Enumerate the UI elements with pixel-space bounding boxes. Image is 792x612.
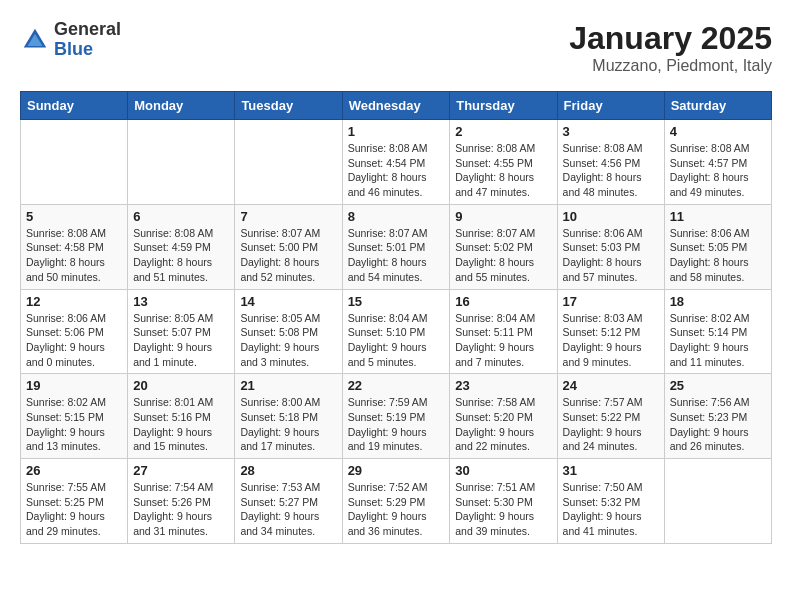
weekday-header: Saturday	[664, 92, 771, 120]
calendar-week-row: 1Sunrise: 8:08 AM Sunset: 4:54 PM Daylig…	[21, 120, 772, 205]
day-number: 27	[133, 463, 229, 478]
calendar-day-cell: 29Sunrise: 7:52 AM Sunset: 5:29 PM Dayli…	[342, 459, 450, 544]
calendar-day-cell: 21Sunrise: 8:00 AM Sunset: 5:18 PM Dayli…	[235, 374, 342, 459]
weekday-header: Tuesday	[235, 92, 342, 120]
day-info: Sunrise: 7:58 AM Sunset: 5:20 PM Dayligh…	[455, 395, 551, 454]
calendar-day-cell: 7Sunrise: 8:07 AM Sunset: 5:00 PM Daylig…	[235, 204, 342, 289]
calendar-day-cell	[664, 459, 771, 544]
day-info: Sunrise: 8:08 AM Sunset: 4:56 PM Dayligh…	[563, 141, 659, 200]
day-info: Sunrise: 7:57 AM Sunset: 5:22 PM Dayligh…	[563, 395, 659, 454]
calendar-day-cell: 28Sunrise: 7:53 AM Sunset: 5:27 PM Dayli…	[235, 459, 342, 544]
calendar-day-cell: 24Sunrise: 7:57 AM Sunset: 5:22 PM Dayli…	[557, 374, 664, 459]
day-number: 30	[455, 463, 551, 478]
day-number: 13	[133, 294, 229, 309]
day-number: 4	[670, 124, 766, 139]
day-info: Sunrise: 8:08 AM Sunset: 4:55 PM Dayligh…	[455, 141, 551, 200]
day-number: 8	[348, 209, 445, 224]
calendar-week-row: 12Sunrise: 8:06 AM Sunset: 5:06 PM Dayli…	[21, 289, 772, 374]
day-number: 22	[348, 378, 445, 393]
day-info: Sunrise: 8:05 AM Sunset: 5:08 PM Dayligh…	[240, 311, 336, 370]
calendar-day-cell: 22Sunrise: 7:59 AM Sunset: 5:19 PM Dayli…	[342, 374, 450, 459]
logo-general-text: General	[54, 20, 121, 40]
day-number: 25	[670, 378, 766, 393]
day-number: 3	[563, 124, 659, 139]
calendar-week-row: 26Sunrise: 7:55 AM Sunset: 5:25 PM Dayli…	[21, 459, 772, 544]
day-info: Sunrise: 7:50 AM Sunset: 5:32 PM Dayligh…	[563, 480, 659, 539]
calendar-day-cell: 20Sunrise: 8:01 AM Sunset: 5:16 PM Dayli…	[128, 374, 235, 459]
day-info: Sunrise: 8:02 AM Sunset: 5:15 PM Dayligh…	[26, 395, 122, 454]
calendar-day-cell: 13Sunrise: 8:05 AM Sunset: 5:07 PM Dayli…	[128, 289, 235, 374]
calendar-day-cell	[128, 120, 235, 205]
weekday-header: Monday	[128, 92, 235, 120]
calendar-day-cell: 9Sunrise: 8:07 AM Sunset: 5:02 PM Daylig…	[450, 204, 557, 289]
calendar-table: SundayMondayTuesdayWednesdayThursdayFrid…	[20, 91, 772, 544]
calendar-day-cell: 26Sunrise: 7:55 AM Sunset: 5:25 PM Dayli…	[21, 459, 128, 544]
day-info: Sunrise: 8:05 AM Sunset: 5:07 PM Dayligh…	[133, 311, 229, 370]
calendar-day-cell: 11Sunrise: 8:06 AM Sunset: 5:05 PM Dayli…	[664, 204, 771, 289]
day-info: Sunrise: 8:02 AM Sunset: 5:14 PM Dayligh…	[670, 311, 766, 370]
day-number: 12	[26, 294, 122, 309]
day-info: Sunrise: 8:07 AM Sunset: 5:01 PM Dayligh…	[348, 226, 445, 285]
calendar-day-cell: 6Sunrise: 8:08 AM Sunset: 4:59 PM Daylig…	[128, 204, 235, 289]
day-info: Sunrise: 8:00 AM Sunset: 5:18 PM Dayligh…	[240, 395, 336, 454]
day-info: Sunrise: 8:03 AM Sunset: 5:12 PM Dayligh…	[563, 311, 659, 370]
day-number: 9	[455, 209, 551, 224]
day-info: Sunrise: 7:51 AM Sunset: 5:30 PM Dayligh…	[455, 480, 551, 539]
day-info: Sunrise: 8:04 AM Sunset: 5:10 PM Dayligh…	[348, 311, 445, 370]
calendar-day-cell: 31Sunrise: 7:50 AM Sunset: 5:32 PM Dayli…	[557, 459, 664, 544]
logo-blue-text: Blue	[54, 40, 121, 60]
calendar-day-cell: 3Sunrise: 8:08 AM Sunset: 4:56 PM Daylig…	[557, 120, 664, 205]
day-number: 1	[348, 124, 445, 139]
calendar-day-cell: 12Sunrise: 8:06 AM Sunset: 5:06 PM Dayli…	[21, 289, 128, 374]
day-info: Sunrise: 8:01 AM Sunset: 5:16 PM Dayligh…	[133, 395, 229, 454]
calendar-day-cell: 10Sunrise: 8:06 AM Sunset: 5:03 PM Dayli…	[557, 204, 664, 289]
day-info: Sunrise: 7:53 AM Sunset: 5:27 PM Dayligh…	[240, 480, 336, 539]
calendar-day-cell: 30Sunrise: 7:51 AM Sunset: 5:30 PM Dayli…	[450, 459, 557, 544]
day-info: Sunrise: 8:08 AM Sunset: 4:54 PM Dayligh…	[348, 141, 445, 200]
calendar-day-cell	[21, 120, 128, 205]
day-info: Sunrise: 8:06 AM Sunset: 5:06 PM Dayligh…	[26, 311, 122, 370]
day-number: 11	[670, 209, 766, 224]
day-number: 14	[240, 294, 336, 309]
calendar-day-cell: 14Sunrise: 8:05 AM Sunset: 5:08 PM Dayli…	[235, 289, 342, 374]
calendar-day-cell	[235, 120, 342, 205]
day-number: 21	[240, 378, 336, 393]
title-block: January 2025 Muzzano, Piedmont, Italy	[569, 20, 772, 75]
calendar-day-cell: 4Sunrise: 8:08 AM Sunset: 4:57 PM Daylig…	[664, 120, 771, 205]
day-number: 16	[455, 294, 551, 309]
calendar-day-cell: 15Sunrise: 8:04 AM Sunset: 5:10 PM Dayli…	[342, 289, 450, 374]
day-number: 17	[563, 294, 659, 309]
day-number: 29	[348, 463, 445, 478]
day-info: Sunrise: 8:08 AM Sunset: 4:59 PM Dayligh…	[133, 226, 229, 285]
calendar-day-cell: 2Sunrise: 8:08 AM Sunset: 4:55 PM Daylig…	[450, 120, 557, 205]
calendar-day-cell: 16Sunrise: 8:04 AM Sunset: 5:11 PM Dayli…	[450, 289, 557, 374]
calendar-day-cell: 1Sunrise: 8:08 AM Sunset: 4:54 PM Daylig…	[342, 120, 450, 205]
day-number: 31	[563, 463, 659, 478]
calendar-day-cell: 25Sunrise: 7:56 AM Sunset: 5:23 PM Dayli…	[664, 374, 771, 459]
weekday-header: Friday	[557, 92, 664, 120]
day-number: 18	[670, 294, 766, 309]
calendar-day-cell: 27Sunrise: 7:54 AM Sunset: 5:26 PM Dayli…	[128, 459, 235, 544]
day-info: Sunrise: 8:08 AM Sunset: 4:58 PM Dayligh…	[26, 226, 122, 285]
day-number: 15	[348, 294, 445, 309]
day-info: Sunrise: 7:52 AM Sunset: 5:29 PM Dayligh…	[348, 480, 445, 539]
calendar-week-row: 19Sunrise: 8:02 AM Sunset: 5:15 PM Dayli…	[21, 374, 772, 459]
calendar-day-cell: 17Sunrise: 8:03 AM Sunset: 5:12 PM Dayli…	[557, 289, 664, 374]
calendar-day-cell: 18Sunrise: 8:02 AM Sunset: 5:14 PM Dayli…	[664, 289, 771, 374]
day-number: 20	[133, 378, 229, 393]
day-number: 24	[563, 378, 659, 393]
day-info: Sunrise: 7:56 AM Sunset: 5:23 PM Dayligh…	[670, 395, 766, 454]
day-number: 19	[26, 378, 122, 393]
day-number: 28	[240, 463, 336, 478]
day-number: 5	[26, 209, 122, 224]
logo: General Blue	[20, 20, 121, 60]
logo-text: General Blue	[54, 20, 121, 60]
calendar-day-cell: 19Sunrise: 8:02 AM Sunset: 5:15 PM Dayli…	[21, 374, 128, 459]
calendar-day-cell: 8Sunrise: 8:07 AM Sunset: 5:01 PM Daylig…	[342, 204, 450, 289]
day-info: Sunrise: 7:55 AM Sunset: 5:25 PM Dayligh…	[26, 480, 122, 539]
weekday-header: Thursday	[450, 92, 557, 120]
location-text: Muzzano, Piedmont, Italy	[569, 57, 772, 75]
calendar-header-row: SundayMondayTuesdayWednesdayThursdayFrid…	[21, 92, 772, 120]
day-number: 10	[563, 209, 659, 224]
day-info: Sunrise: 8:04 AM Sunset: 5:11 PM Dayligh…	[455, 311, 551, 370]
